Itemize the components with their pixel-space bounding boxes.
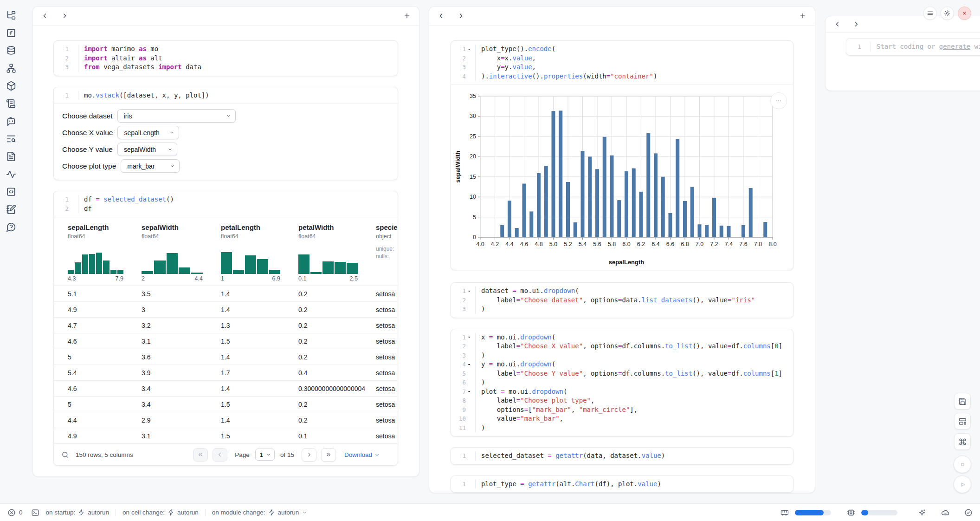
table-row[interactable]: 5.13.51.40.2setosa xyxy=(54,286,398,301)
menu-button[interactable] xyxy=(923,7,937,20)
line-number: 6 xyxy=(462,378,466,387)
dropdown-choose-y-value[interactable]: sepalWidth xyxy=(117,143,177,156)
table-row[interactable]: 4.63.11.50.2setosa xyxy=(54,333,398,349)
table-row[interactable]: 4.42.91.40.2setosa xyxy=(54,412,398,428)
panel-forward-icon[interactable] xyxy=(457,12,464,20)
fold-chevron-icon[interactable] xyxy=(466,389,472,394)
bar-chart-svg: 4.04.24.44.64.85.05.25.45.65.86.06.26.46… xyxy=(454,90,781,267)
save-button[interactable] xyxy=(954,393,971,410)
generate-with-ai-link[interactable]: generate xyxy=(939,43,970,50)
hierarchy-icon[interactable] xyxy=(6,63,16,73)
panel-forward-icon[interactable] xyxy=(61,12,68,20)
save-icon xyxy=(958,397,967,406)
add-cell-icon[interactable] xyxy=(403,12,411,20)
prev-page-button[interactable] xyxy=(213,448,227,462)
fold-chevron-icon[interactable] xyxy=(466,46,472,52)
file-tree-icon[interactable] xyxy=(6,10,16,20)
line-number: 2 xyxy=(462,54,466,63)
column-histogram[interactable] xyxy=(221,245,280,274)
column-histogram[interactable] xyxy=(298,245,358,274)
column-header-petalLength[interactable]: petalLengthfloat6416.9 xyxy=(213,223,291,286)
text-search-icon[interactable] xyxy=(6,134,16,144)
bar xyxy=(500,225,504,237)
page-select[interactable]: 1 xyxy=(255,449,275,461)
altair-chart[interactable]: 4.04.24.44.64.85.05.25.45.65.86.06.26.46… xyxy=(451,85,793,270)
runtime-config-on-module-change[interactable]: on module change:autorun xyxy=(212,509,308,516)
function-square-icon[interactable] xyxy=(6,28,16,38)
code-editor-plot[interactable]: 1plot_type().encode(2 x=x.value,3 y=y.va… xyxy=(451,41,793,85)
notebook-pen-icon[interactable] xyxy=(6,204,16,215)
activity-icon[interactable] xyxy=(6,169,16,179)
terminal-icon[interactable] xyxy=(31,508,39,517)
package-icon[interactable] xyxy=(6,81,16,91)
file-text-icon[interactable] xyxy=(6,151,16,162)
panel-back-icon[interactable] xyxy=(438,12,445,20)
settings-button[interactable] xyxy=(941,7,954,20)
panel-back-icon[interactable] xyxy=(834,20,841,28)
dropdown-choose-x-value[interactable]: sepalLength xyxy=(117,126,179,139)
fold-chevron-icon[interactable] xyxy=(466,334,472,340)
bar xyxy=(595,169,599,237)
table-row[interactable]: 4.93.11.50.1setosa xyxy=(54,428,398,443)
dataframe-table: sepalLengthfloat644.37.9sepalWidthfloat6… xyxy=(54,217,398,465)
code-editor-plot-type[interactable]: 1plot_type = getattr(alt.Chart(df), plot… xyxy=(451,476,793,493)
code-editor-selected-dataset[interactable]: 1selected_dataset = getattr(data, datase… xyxy=(451,448,793,464)
database-icon[interactable] xyxy=(6,46,16,56)
fold-chevron-icon[interactable] xyxy=(466,362,472,367)
table-row[interactable]: 4.931.40.2setosa xyxy=(54,301,398,317)
code-editor-dataset[interactable]: 1dataset = mo.ui.dropdown(2 label="Choos… xyxy=(451,283,793,318)
table-row[interactable]: 4.63.41.40.30000000000000004setosa xyxy=(54,380,398,396)
runtime-config-on-cell-change[interactable]: on cell change:autorun xyxy=(122,509,199,516)
column-header-petalWidth[interactable]: petalWidthfloat640.12.5 xyxy=(291,223,368,286)
add-cell-icon[interactable] xyxy=(799,12,806,20)
svg-text:25: 25 xyxy=(470,133,476,140)
runtime-config-on-startup[interactable]: on startup:autorun xyxy=(46,509,110,516)
chart-menu-button[interactable] xyxy=(770,92,787,109)
table-cell: 0.4 xyxy=(291,369,368,377)
code-editor-df[interactable]: 1df = selected_dataset()2df xyxy=(54,191,398,217)
table-row[interactable]: 53.41.50.2setosa xyxy=(54,396,398,412)
shutdown-button[interactable] xyxy=(958,7,971,20)
empty-code-editor[interactable]: 1 Start coding or generate with AI xyxy=(846,39,980,55)
next-page-button[interactable] xyxy=(302,448,316,462)
column-header-sepalWidth[interactable]: sepalWidthfloat6424.4 xyxy=(134,223,213,286)
table-cell: 1.4 xyxy=(213,385,291,392)
svg-text:6.2: 6.2 xyxy=(637,241,645,247)
code-square-icon[interactable] xyxy=(6,187,16,197)
table-row[interactable]: 53.61.40.2setosa xyxy=(54,349,398,365)
download-button[interactable]: Download xyxy=(344,451,380,458)
scroll-text-icon[interactable] xyxy=(6,98,16,109)
last-page-button[interactable] xyxy=(321,448,336,462)
run-button[interactable] xyxy=(954,475,971,493)
cloud-icon[interactable] xyxy=(941,508,949,517)
stop-button[interactable] xyxy=(954,456,971,473)
table-row[interactable]: 4.73.21.30.2setosa xyxy=(54,317,398,333)
code-editor-xyplot[interactable]: 1x = mo.ui.dropdown(2 label="Choose X va… xyxy=(451,329,793,436)
svg-text:sepalLength: sepalLength xyxy=(609,259,645,266)
column-header-species[interactable]: speciesobjectunique:nulls: xyxy=(368,223,398,286)
layout-button[interactable] xyxy=(954,413,971,430)
dropdown-choose-dataset[interactable]: iris xyxy=(117,109,236,123)
ai-sparkles-icon[interactable] xyxy=(918,508,926,517)
search-icon[interactable] xyxy=(61,451,69,459)
column-header-sepalLength[interactable]: sepalLengthfloat644.37.9 xyxy=(60,223,134,286)
help-circle-icon[interactable] xyxy=(6,222,16,232)
column-histogram[interactable] xyxy=(142,245,203,274)
first-page-button[interactable] xyxy=(193,448,208,462)
svg-text:7.6: 7.6 xyxy=(739,241,747,247)
connection-status-icon[interactable] xyxy=(964,508,973,517)
fold-chevron-icon[interactable] xyxy=(466,288,472,294)
error-counter[interactable]: 0 xyxy=(7,508,23,517)
svg-text:20: 20 xyxy=(470,153,476,160)
shortcuts-button[interactable] xyxy=(954,433,971,450)
cell-selected-dataset: 1selected_dataset = getattr(data, datase… xyxy=(451,447,793,465)
code-editor-imports[interactable]: 1import marimo as mo2import altair as al… xyxy=(54,41,398,76)
code-editor-vstack[interactable]: 1mo.vstack([dataset, x, y, plot]) xyxy=(54,87,398,104)
bot-icon[interactable] xyxy=(6,116,16,126)
dropdown-choose-plot-type[interactable]: mark_bar xyxy=(121,159,180,173)
table-row[interactable]: 5.43.91.70.4setosa xyxy=(54,365,398,380)
column-histogram[interactable] xyxy=(68,245,123,274)
panel-back-icon[interactable] xyxy=(41,12,49,20)
svg-text:sepalWidth: sepalWidth xyxy=(454,150,461,182)
panel-forward-icon[interactable] xyxy=(852,20,860,28)
